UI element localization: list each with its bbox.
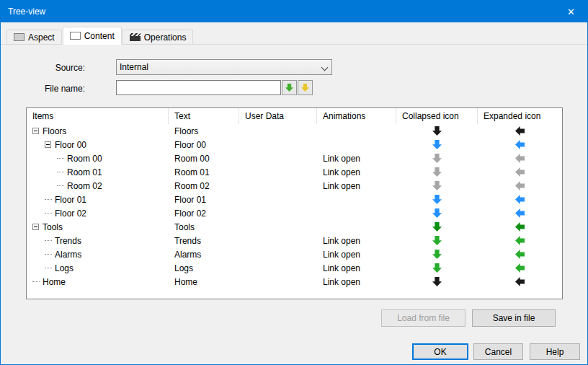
collapsed-icon-cell	[396, 222, 478, 232]
tab-operations[interactable]: Operations	[122, 30, 194, 45]
expanded-left-arrow-icon	[515, 181, 525, 190]
animations-cell: Link open	[317, 250, 396, 260]
table-row[interactable]: Floor 00Floor 00	[27, 138, 562, 151]
help-button[interactable]: Help	[530, 343, 580, 360]
column-header-text[interactable]: Text	[169, 108, 239, 124]
minus-glyph	[34, 227, 37, 227]
tree-item-label: Trends	[55, 236, 81, 246]
collapsed-icon-cell	[396, 263, 478, 273]
expanded-left-arrow-icon	[515, 195, 525, 204]
table-row[interactable]: Floor 02Floor 02	[27, 206, 562, 220]
tree-expander-icon[interactable]	[32, 128, 39, 134]
filename-label: File name:	[20, 84, 85, 94]
ok-button[interactable]: OK	[412, 343, 468, 360]
collapsed-down-arrow-icon	[432, 236, 442, 245]
collapsed-down-arrow-icon	[432, 208, 442, 218]
tree-item-cell: Floor 02	[27, 208, 169, 219]
green-arrow-icon	[285, 84, 293, 92]
tree-expander-icon[interactable]	[32, 224, 39, 230]
aspect-icon	[14, 33, 24, 41]
expanded-icon-cell	[478, 126, 562, 136]
collapsed-down-arrow-icon	[432, 140, 442, 149]
tab-content[interactable]: Content	[63, 27, 122, 45]
collapsed-icon-cell	[396, 236, 478, 245]
collapsed-down-arrow-icon	[432, 195, 442, 204]
table-row[interactable]: FloorsFloors	[27, 124, 562, 138]
close-button[interactable]: ✕	[555, 1, 587, 22]
tab-operations-label: Operations	[144, 32, 187, 43]
animations-cell: Link open	[317, 277, 396, 287]
table-row[interactable]: Room 02Room 02Link open	[27, 179, 562, 193]
column-header-collapsed-icon[interactable]: Collapsed icon	[396, 108, 478, 124]
tree-item-cell: Tools	[27, 222, 169, 232]
filename-input[interactable]	[116, 80, 281, 95]
collapsed-down-arrow-icon	[432, 126, 442, 136]
text-cell: Room 01	[169, 167, 239, 177]
source-value: Internal	[120, 62, 148, 72]
content-icon	[70, 32, 81, 40]
collapsed-icon-cell	[396, 250, 478, 259]
column-header-user-data[interactable]: User Data	[239, 108, 317, 124]
column-header-animations[interactable]: Animations	[317, 108, 396, 124]
clapperboard-icon	[130, 33, 141, 41]
save-in-file-button[interactable]: Save in file	[472, 309, 556, 327]
table-row[interactable]: Room 00Room 00Link open	[27, 151, 562, 165]
text-cell: Logs	[169, 263, 239, 273]
table-row[interactable]: Room 01Room 01Link open	[27, 165, 562, 179]
column-header-expanded-icon[interactable]: Expanded icon	[478, 108, 562, 124]
source-label: Source:	[20, 63, 85, 73]
filename-export-button[interactable]	[298, 80, 313, 95]
titlebar[interactable]: Tree-view	[1, 1, 587, 22]
expanded-left-arrow-icon	[515, 154, 525, 163]
table-row[interactable]: LogsLogsLink open	[27, 261, 562, 275]
tree-item-label: Floor 00	[55, 140, 86, 150]
expanded-left-arrow-icon	[515, 208, 525, 218]
text-cell: Room 02	[169, 181, 239, 191]
window-title: Tree-view	[8, 6, 45, 17]
tab-aspect[interactable]: Aspect	[6, 30, 62, 45]
expanded-left-arrow-icon	[515, 250, 525, 259]
table-row[interactable]: ToolsTools	[27, 220, 562, 234]
cancel-button[interactable]: Cancel	[473, 343, 523, 360]
table-row[interactable]: Floor 01Floor 01	[27, 193, 562, 206]
expanded-left-arrow-icon	[515, 263, 525, 273]
expanded-left-arrow-icon	[515, 222, 525, 232]
text-cell: Tools	[169, 222, 239, 232]
collapsed-icon-cell	[396, 195, 478, 204]
load-from-file-button[interactable]: Load from file	[381, 309, 466, 327]
collapsed-down-arrow-icon	[432, 263, 442, 273]
animations-cell: Link open	[317, 167, 396, 177]
animations-cell: Link open	[317, 154, 396, 164]
tree-expander-icon[interactable]	[45, 141, 51, 148]
expanded-icon-cell	[478, 195, 562, 204]
tree-connector-line	[45, 240, 52, 241]
chevron-down-icon	[322, 65, 327, 70]
collapsed-icon-cell	[396, 208, 478, 218]
table-row[interactable]: AlarmsAlarmsLink open	[27, 247, 562, 261]
expanded-icon-cell	[478, 154, 562, 163]
collapsed-icon-cell	[396, 154, 478, 163]
table-row[interactable]: HomeHomeLink open	[27, 275, 562, 289]
tree-item-cell: Alarms	[27, 250, 169, 260]
tree-item-label: Home	[43, 277, 66, 287]
expanded-left-arrow-icon	[515, 140, 525, 149]
filename-import-button[interactable]	[282, 80, 297, 95]
expanded-left-arrow-icon	[515, 277, 525, 286]
tree-item-cell: Room 02	[27, 181, 169, 191]
text-cell: Home	[169, 277, 239, 287]
tree-connector-line	[45, 268, 52, 268]
table-row[interactable]: TrendsTrendsLink open	[27, 234, 562, 247]
text-cell: Alarms	[169, 250, 239, 260]
tree-item-label: Alarms	[55, 250, 81, 260]
tree-item-cell: Logs	[27, 263, 169, 273]
expanded-icon-cell	[478, 140, 562, 149]
collapsed-icon-cell	[396, 167, 478, 177]
tree-item-label: Room 00	[67, 154, 102, 164]
tree-item-label: Room 01	[67, 167, 102, 177]
expanded-icon-cell	[478, 277, 562, 286]
tab-bar: Aspect Content Operations	[6, 27, 194, 45]
source-dropdown[interactable]: Internal	[116, 59, 332, 75]
tree-item-label: Logs	[55, 263, 74, 273]
table-header: Items Text User Data Animations Collapse…	[27, 108, 562, 124]
column-header-items[interactable]: Items	[27, 108, 169, 124]
